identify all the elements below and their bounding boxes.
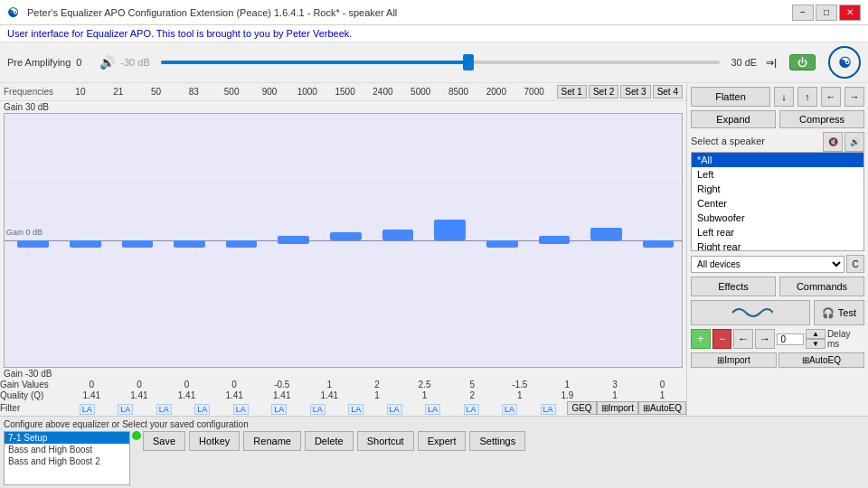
preset-item-1[interactable]: Bass and High Boost: [5, 444, 129, 455]
speaker-item-subwoofer[interactable]: Subwoofer: [692, 211, 863, 225]
gain-val-4[interactable]: -0.5: [258, 380, 306, 389]
gain-val-1[interactable]: 0: [116, 380, 164, 389]
quality-val-10[interactable]: 1.9: [543, 390, 591, 400]
flatten-button[interactable]: Flatten: [691, 87, 770, 107]
quality-val-11[interactable]: 1: [591, 390, 639, 400]
gain-val-0[interactable]: 0: [68, 380, 116, 389]
left-move-icon[interactable]: ←: [733, 329, 753, 349]
filter-cell-9[interactable]: LA: [413, 403, 451, 414]
speaker-item-*all[interactable]: *All: [692, 153, 863, 167]
speaker-item-center[interactable]: Center: [692, 196, 863, 211]
eq-bar-83[interactable]: [174, 240, 205, 248]
gain-val-6[interactable]: 2: [354, 380, 401, 389]
effects-button[interactable]: Effects: [691, 277, 776, 296]
autoeq-btn[interactable]: ⊞AutoEQ: [778, 352, 864, 368]
eq-bar-50[interactable]: [122, 240, 154, 248]
geq-button[interactable]: GEQ: [567, 401, 596, 415]
quality-val-2[interactable]: 1.41: [163, 390, 211, 400]
eq-bar-500[interactable]: [226, 240, 258, 248]
quality-val-4[interactable]: 1.41: [258, 390, 306, 400]
gain-val-10[interactable]: 1: [543, 380, 591, 389]
eq-bar-2000[interactable]: [590, 228, 622, 240]
quality-val-12[interactable]: 1: [638, 390, 686, 400]
quality-val-7[interactable]: 1: [401, 390, 448, 400]
pre-amp-slider-thumb[interactable]: [463, 54, 474, 70]
filter-cell-2[interactable]: LA: [145, 403, 183, 414]
speaker-item-left-rear[interactable]: Left rear: [692, 225, 863, 239]
gain-val-12[interactable]: 0: [638, 380, 686, 389]
quality-val-8[interactable]: 2: [448, 390, 496, 400]
shortcut-button[interactable]: Shortcut: [357, 431, 414, 451]
down-arrow-icon[interactable]: ↓: [774, 87, 794, 107]
add-button[interactable]: +: [691, 329, 711, 349]
gain-val-2[interactable]: 0: [163, 380, 211, 389]
eq-bar-10[interactable]: [17, 240, 49, 248]
set3-button[interactable]: Set 3: [620, 85, 650, 99]
eq-bar-5000[interactable]: [486, 240, 518, 248]
filter-cell-12[interactable]: LA: [529, 403, 567, 414]
delay-down-icon[interactable]: ▼: [806, 339, 826, 349]
eq-bar-8500[interactable]: [539, 236, 571, 243]
filter-cell-3[interactable]: LA: [183, 403, 221, 414]
filter-cell-0[interactable]: LA: [68, 403, 106, 414]
up-arrow-icon[interactable]: ↑: [797, 87, 817, 107]
compress-button[interactable]: Compress: [779, 110, 864, 128]
gain-val-8[interactable]: 5: [448, 380, 496, 389]
right-arrow-icon[interactable]: →: [844, 87, 864, 107]
filter-cell-6[interactable]: LA: [298, 403, 336, 414]
power-button[interactable]: ⏻: [789, 54, 816, 70]
delay-up-icon[interactable]: ▲: [806, 329, 826, 339]
close-button[interactable]: ✕: [839, 5, 861, 21]
save-button[interactable]: Save: [143, 431, 185, 451]
quality-val-6[interactable]: 1: [354, 390, 401, 400]
speaker-item-right-rear[interactable]: Right rear: [692, 239, 863, 251]
expand-button[interactable]: Expand: [691, 110, 776, 128]
eq-bar-7000[interactable]: [643, 240, 675, 248]
speaker-mute-icon[interactable]: 🔇: [823, 132, 843, 152]
wave-button[interactable]: [691, 300, 810, 325]
filter-cell-8[interactable]: LA: [375, 403, 413, 414]
speaker-vol-icon[interactable]: 🔊: [844, 132, 864, 152]
quality-val-9[interactable]: 1: [495, 390, 543, 400]
import-button[interactable]: ⊞Import: [597, 401, 638, 415]
set4-button[interactable]: Set 4: [653, 85, 683, 99]
left-arrow-icon[interactable]: ←: [821, 87, 841, 107]
hotkey-button[interactable]: Hotkey: [189, 431, 240, 451]
delay-input[interactable]: [777, 333, 804, 345]
quality-val-1[interactable]: 1.41: [116, 390, 164, 400]
gain-val-9[interactable]: -1.5: [495, 380, 543, 389]
commands-button[interactable]: Commands: [779, 277, 864, 296]
eq-bar-2400[interactable]: [434, 220, 466, 240]
import-btn[interactable]: ⊞Import: [691, 352, 777, 368]
preset-item-2[interactable]: Bass and High Boost 2: [5, 455, 129, 467]
quality-val-5[interactable]: 1.41: [306, 390, 354, 400]
gain-val-3[interactable]: 0: [211, 380, 259, 389]
rename-button[interactable]: Rename: [243, 431, 301, 451]
test-button[interactable]: 🎧 Test: [814, 300, 864, 325]
filter-cell-5[interactable]: LA: [259, 403, 297, 414]
right-move-icon[interactable]: →: [755, 329, 775, 349]
c-button[interactable]: C: [846, 255, 864, 273]
filter-cell-7[interactable]: LA: [336, 403, 374, 414]
filter-cell-11[interactable]: LA: [490, 403, 528, 414]
autoeq-button[interactable]: ⊞AutoEQ: [638, 401, 686, 415]
filter-cell-4[interactable]: LA: [222, 403, 259, 414]
quality-val-3[interactable]: 1.41: [211, 390, 259, 400]
devices-select[interactable]: All devices: [691, 256, 844, 273]
set1-button[interactable]: Set 1: [557, 85, 587, 99]
set2-button[interactable]: Set 2: [589, 85, 618, 99]
eq-bar-1500[interactable]: [382, 230, 414, 240]
filter-cell-1[interactable]: LA: [106, 403, 144, 414]
pre-amp-value[interactable]: 0: [76, 57, 94, 68]
eq-bar-900[interactable]: [278, 236, 309, 243]
gain-val-5[interactable]: 1: [306, 380, 354, 389]
gain-val-7[interactable]: 2.5: [401, 380, 448, 389]
remove-button[interactable]: −: [712, 329, 732, 349]
filter-cell-10[interactable]: LA: [452, 403, 490, 414]
eq-bar-21[interactable]: [70, 240, 101, 248]
speaker-item-right[interactable]: Right: [692, 182, 863, 196]
gain-val-11[interactable]: 3: [591, 380, 639, 389]
minimize-button[interactable]: −: [792, 5, 814, 21]
speaker-item-left[interactable]: Left: [692, 167, 863, 182]
eq-chart[interactable]: Gain 0 dB: [4, 113, 683, 368]
